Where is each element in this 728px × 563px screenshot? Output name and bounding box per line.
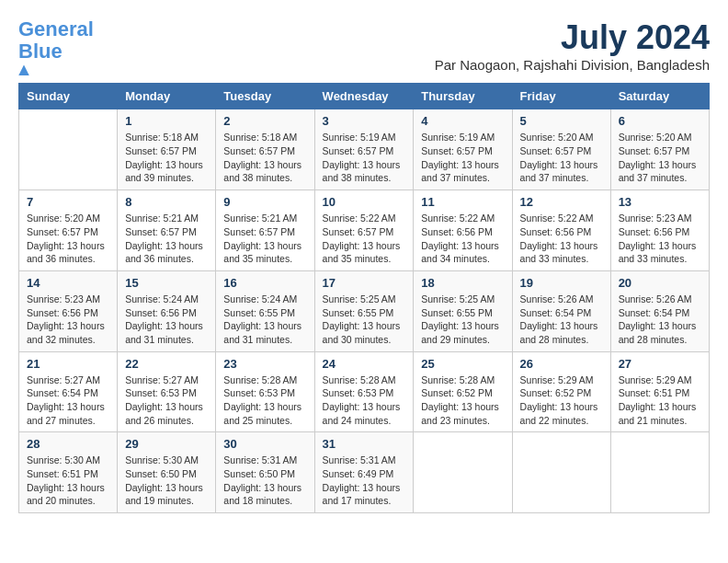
table-row: 30Sunrise: 5:31 AM Sunset: 6:50 PM Dayli… bbox=[216, 432, 314, 513]
day-number: 14 bbox=[27, 276, 109, 290]
header-thursday: Thursday bbox=[414, 84, 512, 109]
day-number: 9 bbox=[223, 195, 306, 209]
header-saturday: Saturday bbox=[610, 84, 709, 109]
page-header: General Blue July 2024 Par Naogaon, Rajs… bbox=[18, 18, 710, 75]
table-row: 27Sunrise: 5:29 AM Sunset: 6:51 PM Dayli… bbox=[610, 351, 709, 432]
day-number: 16 bbox=[223, 276, 306, 290]
day-info: Sunrise: 5:28 AM Sunset: 6:53 PM Dayligh… bbox=[223, 373, 306, 428]
table-row: 13Sunrise: 5:23 AM Sunset: 6:56 PM Dayli… bbox=[610, 190, 709, 271]
table-row: 19Sunrise: 5:26 AM Sunset: 6:54 PM Dayli… bbox=[512, 270, 610, 351]
month-year-title: July 2024 bbox=[435, 18, 710, 57]
day-number: 4 bbox=[421, 114, 504, 128]
day-number: 6 bbox=[619, 114, 701, 128]
day-number: 19 bbox=[520, 276, 603, 290]
day-info: Sunrise: 5:22 AM Sunset: 6:56 PM Dayligh… bbox=[520, 212, 603, 266]
table-row: 14Sunrise: 5:23 AM Sunset: 6:56 PM Dayli… bbox=[19, 270, 118, 351]
header-wednesday: Wednesday bbox=[314, 84, 414, 109]
weekday-header-row: Sunday Monday Tuesday Wednesday Thursday… bbox=[19, 84, 710, 109]
day-number: 1 bbox=[125, 114, 208, 128]
day-number: 8 bbox=[125, 195, 208, 209]
table-row: 9Sunrise: 5:21 AM Sunset: 6:57 PM Daylig… bbox=[216, 190, 314, 271]
calendar-week-row: 7Sunrise: 5:20 AM Sunset: 6:57 PM Daylig… bbox=[19, 190, 710, 271]
day-number: 18 bbox=[421, 276, 504, 290]
table-row: 18Sunrise: 5:25 AM Sunset: 6:55 PM Dayli… bbox=[414, 270, 512, 351]
table-row: 26Sunrise: 5:29 AM Sunset: 6:52 PM Dayli… bbox=[512, 351, 610, 432]
table-row: 24Sunrise: 5:28 AM Sunset: 6:53 PM Dayli… bbox=[314, 351, 414, 432]
day-number: 13 bbox=[619, 195, 701, 209]
calendar-week-row: 1Sunrise: 5:18 AM Sunset: 6:57 PM Daylig… bbox=[19, 109, 710, 190]
day-info: Sunrise: 5:28 AM Sunset: 6:53 PM Dayligh… bbox=[323, 373, 406, 428]
table-row: 12Sunrise: 5:22 AM Sunset: 6:56 PM Dayli… bbox=[512, 190, 610, 271]
header-tuesday: Tuesday bbox=[216, 84, 314, 109]
day-info: Sunrise: 5:20 AM Sunset: 6:57 PM Dayligh… bbox=[619, 131, 701, 185]
day-number: 15 bbox=[125, 276, 208, 290]
day-info: Sunrise: 5:24 AM Sunset: 6:56 PM Dayligh… bbox=[125, 293, 208, 347]
table-row bbox=[414, 432, 512, 513]
day-info: Sunrise: 5:21 AM Sunset: 6:57 PM Dayligh… bbox=[125, 212, 208, 266]
day-info: Sunrise: 5:25 AM Sunset: 6:55 PM Dayligh… bbox=[421, 293, 504, 347]
day-info: Sunrise: 5:20 AM Sunset: 6:57 PM Dayligh… bbox=[27, 212, 109, 266]
table-row bbox=[512, 432, 610, 513]
day-number: 3 bbox=[323, 114, 406, 128]
table-row: 2Sunrise: 5:18 AM Sunset: 6:57 PM Daylig… bbox=[216, 109, 314, 190]
day-info: Sunrise: 5:18 AM Sunset: 6:57 PM Dayligh… bbox=[223, 131, 306, 185]
day-info: Sunrise: 5:26 AM Sunset: 6:54 PM Dayligh… bbox=[619, 293, 701, 347]
day-number: 22 bbox=[125, 357, 208, 371]
table-row: 21Sunrise: 5:27 AM Sunset: 6:54 PM Dayli… bbox=[19, 351, 118, 432]
day-number: 25 bbox=[421, 357, 504, 371]
header-monday: Monday bbox=[118, 84, 216, 109]
table-row: 11Sunrise: 5:22 AM Sunset: 6:56 PM Dayli… bbox=[414, 190, 512, 271]
day-number: 29 bbox=[125, 437, 208, 451]
day-info: Sunrise: 5:22 AM Sunset: 6:56 PM Dayligh… bbox=[421, 212, 504, 266]
day-info: Sunrise: 5:27 AM Sunset: 6:54 PM Dayligh… bbox=[27, 373, 109, 428]
table-row bbox=[610, 432, 709, 513]
day-number: 17 bbox=[323, 276, 406, 290]
day-info: Sunrise: 5:18 AM Sunset: 6:57 PM Dayligh… bbox=[125, 131, 208, 185]
day-number: 10 bbox=[323, 195, 406, 209]
day-info: Sunrise: 5:27 AM Sunset: 6:53 PM Dayligh… bbox=[125, 373, 208, 428]
table-row: 29Sunrise: 5:30 AM Sunset: 6:50 PM Dayli… bbox=[118, 432, 216, 513]
day-info: Sunrise: 5:20 AM Sunset: 6:57 PM Dayligh… bbox=[520, 131, 603, 185]
day-number: 21 bbox=[27, 357, 109, 371]
logo-blue: Blue bbox=[18, 40, 63, 63]
day-info: Sunrise: 5:25 AM Sunset: 6:55 PM Dayligh… bbox=[323, 293, 406, 347]
table-row: 25Sunrise: 5:28 AM Sunset: 6:52 PM Dayli… bbox=[414, 351, 512, 432]
table-row: 31Sunrise: 5:31 AM Sunset: 6:49 PM Dayli… bbox=[314, 432, 414, 513]
day-number: 26 bbox=[520, 357, 603, 371]
calendar-table: Sunday Monday Tuesday Wednesday Thursday… bbox=[18, 83, 710, 513]
day-info: Sunrise: 5:26 AM Sunset: 6:54 PM Dayligh… bbox=[520, 293, 603, 347]
day-info: Sunrise: 5:30 AM Sunset: 6:51 PM Dayligh… bbox=[27, 454, 109, 508]
table-row: 15Sunrise: 5:24 AM Sunset: 6:56 PM Dayli… bbox=[118, 270, 216, 351]
calendar-week-row: 14Sunrise: 5:23 AM Sunset: 6:56 PM Dayli… bbox=[19, 270, 710, 351]
day-number: 28 bbox=[27, 437, 109, 451]
table-row: 3Sunrise: 5:19 AM Sunset: 6:57 PM Daylig… bbox=[314, 109, 414, 190]
day-info: Sunrise: 5:19 AM Sunset: 6:57 PM Dayligh… bbox=[323, 131, 406, 185]
day-number: 5 bbox=[520, 114, 603, 128]
calendar-week-row: 21Sunrise: 5:27 AM Sunset: 6:54 PM Dayli… bbox=[19, 351, 710, 432]
day-info: Sunrise: 5:28 AM Sunset: 6:52 PM Dayligh… bbox=[421, 373, 504, 428]
header-friday: Friday bbox=[512, 84, 610, 109]
table-row: 28Sunrise: 5:30 AM Sunset: 6:51 PM Dayli… bbox=[19, 432, 118, 513]
day-info: Sunrise: 5:30 AM Sunset: 6:50 PM Dayligh… bbox=[125, 454, 208, 508]
table-row bbox=[19, 109, 118, 190]
day-info: Sunrise: 5:29 AM Sunset: 6:51 PM Dayligh… bbox=[619, 373, 701, 428]
table-row: 16Sunrise: 5:24 AM Sunset: 6:55 PM Dayli… bbox=[216, 270, 314, 351]
day-number: 11 bbox=[421, 195, 504, 209]
table-row: 7Sunrise: 5:20 AM Sunset: 6:57 PM Daylig… bbox=[19, 190, 118, 271]
day-info: Sunrise: 5:22 AM Sunset: 6:57 PM Dayligh… bbox=[323, 212, 406, 266]
day-number: 23 bbox=[223, 357, 306, 371]
table-row: 20Sunrise: 5:26 AM Sunset: 6:54 PM Dayli… bbox=[610, 270, 709, 351]
table-row: 1Sunrise: 5:18 AM Sunset: 6:57 PM Daylig… bbox=[118, 109, 216, 190]
table-row: 5Sunrise: 5:20 AM Sunset: 6:57 PM Daylig… bbox=[512, 109, 610, 190]
day-number: 27 bbox=[619, 357, 701, 371]
day-number: 12 bbox=[520, 195, 603, 209]
table-row: 8Sunrise: 5:21 AM Sunset: 6:57 PM Daylig… bbox=[118, 190, 216, 271]
logo-general: General bbox=[18, 17, 94, 40]
location-text: Par Naogaon, Rajshahi Division, Banglade… bbox=[435, 57, 710, 73]
table-row: 6Sunrise: 5:20 AM Sunset: 6:57 PM Daylig… bbox=[610, 109, 709, 190]
day-info: Sunrise: 5:19 AM Sunset: 6:57 PM Dayligh… bbox=[421, 131, 504, 185]
day-info: Sunrise: 5:29 AM Sunset: 6:52 PM Dayligh… bbox=[520, 373, 603, 428]
day-info: Sunrise: 5:24 AM Sunset: 6:55 PM Dayligh… bbox=[223, 293, 306, 347]
header-sunday: Sunday bbox=[19, 84, 118, 109]
day-info: Sunrise: 5:23 AM Sunset: 6:56 PM Dayligh… bbox=[619, 212, 701, 266]
